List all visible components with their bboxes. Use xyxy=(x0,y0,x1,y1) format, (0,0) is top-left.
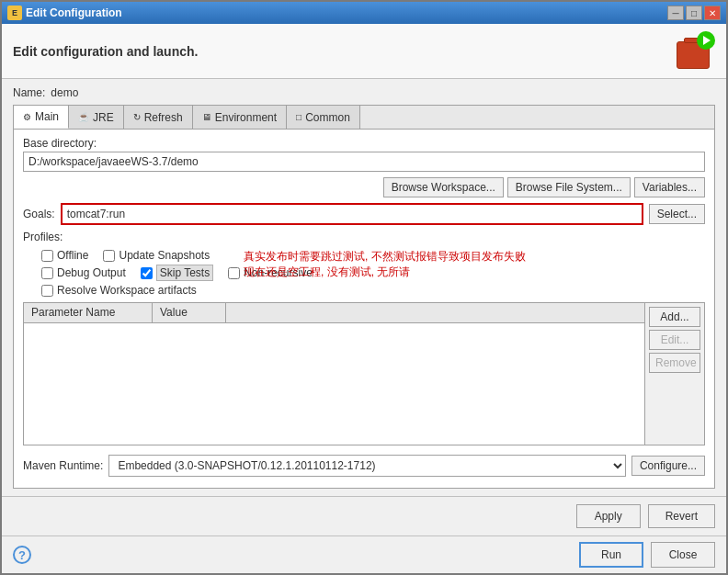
goals-label: Goals: xyxy=(23,208,55,220)
jre-tab-icon: ☕ xyxy=(78,112,89,122)
tab-environment-label: Environment xyxy=(215,111,277,124)
skip-tests-label: Skip Tests xyxy=(156,265,213,281)
name-row: Name: demo xyxy=(13,86,715,99)
tab-common-label: Common xyxy=(305,111,350,124)
table-main: Parameter Name Value xyxy=(24,303,644,445)
browse-filesystem-button[interactable]: Browse File System... xyxy=(507,177,631,197)
tab-main[interactable]: ⚙ Main xyxy=(14,106,69,129)
close-window-button[interactable]: ✕ xyxy=(704,6,721,20)
maven-runtime-label: Maven Runtime: xyxy=(23,459,103,472)
run-button[interactable]: Run xyxy=(579,542,643,568)
table-body xyxy=(24,323,644,445)
table-sidebar: Add... Edit... Remove xyxy=(644,303,704,445)
maximize-button[interactable]: □ xyxy=(686,6,702,20)
main-tab-icon: ⚙ xyxy=(23,112,31,122)
tab-bar: ⚙ Main ☕ JRE ↻ Refresh 🖥 Environment □ xyxy=(14,106,714,130)
resolve-workspace-checkbox[interactable] xyxy=(41,285,53,297)
bottom-buttons: Apply Revert xyxy=(2,496,726,536)
remove-button[interactable]: Remove xyxy=(649,353,700,373)
maven-runtime-row: Maven Runtime: Embedded (3.0-SNAPSHOT/0.… xyxy=(23,451,705,480)
revert-button[interactable]: Revert xyxy=(648,504,715,528)
title-bar: E Edit Configuration ─ □ ✕ xyxy=(2,2,726,24)
table-header: Parameter Name Value xyxy=(24,303,644,323)
parameter-table: Parameter Name Value Add... Edit... Remo… xyxy=(23,302,705,445)
offline-label: Offline xyxy=(57,249,88,262)
annotation-line1: 真实发布时需要跳过测试, 不然测试报错导致项目发布失败 xyxy=(244,249,526,265)
footer-bar: ? Run Close xyxy=(2,536,726,573)
name-label: Name: xyxy=(13,86,45,99)
main-window: E Edit Configuration ─ □ ✕ Edit configur… xyxy=(0,0,728,575)
common-tab-icon: □ xyxy=(296,112,301,122)
title-bar-left: E Edit Configuration xyxy=(7,6,122,20)
footer-right: Run Close xyxy=(579,542,715,568)
table-col-value: Value xyxy=(153,303,226,322)
goals-row: Goals: Select... xyxy=(23,203,705,225)
header-area: Edit configuration and launch. xyxy=(2,24,726,79)
window-title: Edit Configuration xyxy=(26,6,122,19)
skip-tests-checkbox[interactable] xyxy=(141,267,153,279)
tab-jre-label: JRE xyxy=(93,111,114,124)
annotation-line2: 现在还是空工程, 没有测试, 无所请 xyxy=(244,265,526,280)
tab-environment[interactable]: 🖥 Environment xyxy=(193,106,287,129)
header-text: Edit configuration and launch. xyxy=(13,44,198,59)
checkbox-row-3: Resolve Workspace artifacts xyxy=(41,284,705,297)
name-value: demo xyxy=(51,86,78,99)
base-directory-label: Base directory: xyxy=(23,137,705,150)
help-icon[interactable]: ? xyxy=(13,546,31,564)
tab-refresh-label: Refresh xyxy=(144,111,183,124)
browse-row: Browse Workspace... Browse File System..… xyxy=(23,177,705,197)
tab-content: Base directory: Browse Workspace... Brow… xyxy=(14,130,714,488)
update-snapshots-checkbox[interactable] xyxy=(103,250,115,262)
offline-checkbox[interactable] xyxy=(41,250,53,262)
refresh-tab-icon: ↻ xyxy=(133,112,141,122)
annotation-text: 真实发布时需要跳过测试, 不然测试报错导致项目发布失败 现在还是空工程, 没有测… xyxy=(244,249,526,280)
goals-input[interactable] xyxy=(61,203,643,225)
add-button[interactable]: Add... xyxy=(649,307,700,327)
content-area: Name: demo ⚙ Main ☕ JRE ↻ Refresh 🖥 xyxy=(2,79,726,496)
window-icon: E xyxy=(7,6,22,20)
non-recursive-checkbox[interactable] xyxy=(228,267,240,279)
debug-output-label: Debug Output xyxy=(57,266,126,279)
play-triangle xyxy=(703,36,711,45)
resolve-workspace-checkbox-item[interactable]: Resolve Workspace artifacts xyxy=(41,284,197,297)
offline-checkbox-item[interactable]: Offline xyxy=(41,249,88,262)
title-bar-controls: ─ □ ✕ xyxy=(667,6,721,20)
maven-runtime-select[interactable]: Embedded (3.0-SNAPSHOT/0.12.1.20110112-1… xyxy=(108,455,626,477)
select-button[interactable]: Select... xyxy=(649,204,705,224)
debug-output-checkbox[interactable] xyxy=(41,267,53,279)
table-col-name: Parameter Name xyxy=(24,303,153,322)
checkboxes-area: Offline Update Snapshots Debug Output xyxy=(23,249,705,297)
update-snapshots-label: Update Snapshots xyxy=(119,249,210,262)
skip-tests-checkbox-item[interactable]: Skip Tests xyxy=(141,265,213,281)
environment-tab-icon: 🖥 xyxy=(202,112,211,122)
base-directory-input[interactable] xyxy=(23,152,705,172)
tab-main-label: Main xyxy=(35,110,59,123)
tab-jre[interactable]: ☕ JRE xyxy=(69,106,124,129)
tab-refresh[interactable]: ↻ Refresh xyxy=(124,106,193,129)
resolve-workspace-label: Resolve Workspace artifacts xyxy=(57,284,197,297)
run-icon xyxy=(697,31,715,50)
base-directory-field: Base directory: xyxy=(23,137,705,172)
close-button[interactable]: Close xyxy=(651,542,715,568)
configure-button[interactable]: Configure... xyxy=(631,456,705,476)
tabs-container: ⚙ Main ☕ JRE ↻ Refresh 🖥 Environment □ xyxy=(13,105,715,489)
debug-output-checkbox-item[interactable]: Debug Output xyxy=(41,266,126,279)
browse-workspace-button[interactable]: Browse Workspace... xyxy=(383,177,504,197)
edit-button[interactable]: Edit... xyxy=(649,330,700,350)
profiles-label: Profiles: xyxy=(23,231,705,243)
update-snapshots-checkbox-item[interactable]: Update Snapshots xyxy=(103,249,210,262)
tab-common[interactable]: □ Common xyxy=(287,106,360,129)
apply-button[interactable]: Apply xyxy=(576,504,641,528)
variables-button[interactable]: Variables... xyxy=(634,177,705,197)
header-icon xyxy=(671,31,715,72)
minimize-button[interactable]: ─ xyxy=(667,6,684,20)
